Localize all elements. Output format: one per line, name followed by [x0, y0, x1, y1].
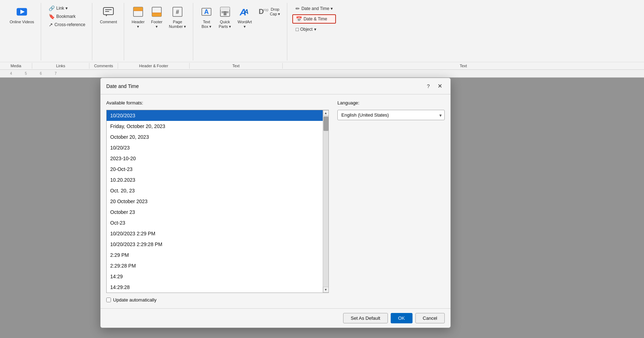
links-group-label: Links: [32, 63, 89, 69]
format-item-6[interactable]: 10.20.2023: [107, 175, 323, 185]
object-button[interactable]: □ Object ▾: [292, 25, 336, 34]
signature-line-icon: ✏: [296, 6, 300, 11]
format-item-0[interactable]: 10/20/2023: [107, 110, 323, 121]
footer-icon: [151, 6, 162, 19]
media-items: Online Videos: [7, 4, 36, 59]
ok-button[interactable]: OK: [391, 313, 413, 323]
ribbon-group-media: Online Videos: [3, 3, 41, 60]
drop-cap-icon: Drop: [258, 6, 268, 18]
format-item-9[interactable]: October 23: [107, 207, 323, 217]
ribbon-labels-row: Media Links Comments Header & Footer Tex…: [0, 62, 644, 69]
language-select-container: English (United States) English (United …: [337, 110, 445, 120]
cross-reference-label: Cross-reference: [54, 22, 85, 27]
svg-rect-7: [133, 7, 143, 11]
ribbon-group-comments: Comment: [93, 3, 124, 60]
ruler-mark-6: 6: [40, 72, 42, 75]
format-item-3[interactable]: 10/20/23: [107, 142, 323, 153]
format-item-7[interactable]: Oct. 20, 23: [107, 185, 323, 196]
drop-cap-label: DropCap ▾: [270, 7, 280, 16]
format-item-2[interactable]: October 20, 2023: [107, 132, 323, 142]
drop-cap-column: Drop DropCap ▾: [256, 4, 283, 19]
format-item-12[interactable]: 10/20/2023 2:29:28 PM: [107, 239, 323, 250]
update-automatically-checkbox[interactable]: [106, 298, 111, 302]
set-as-default-button[interactable]: Set As Default: [343, 313, 387, 323]
header-label: Header▾: [132, 20, 145, 29]
cross-reference-button[interactable]: ↗ Cross-reference: [46, 21, 88, 29]
text-insert-items: A TextBox ▾ QuickParts ▾ AA WordArt▾: [198, 4, 283, 59]
format-item-5[interactable]: 20-Oct-23: [107, 164, 323, 175]
page-number-button[interactable]: # PageNumber ▾: [166, 4, 189, 31]
format-item-8[interactable]: 20 October 2023: [107, 196, 323, 207]
wordart-button[interactable]: AA WordArt▾: [235, 4, 254, 31]
bookmark-button[interactable]: 🔖 Bookmark: [46, 13, 88, 20]
online-videos-button[interactable]: Online Videos: [7, 4, 36, 26]
language-select[interactable]: English (United States) English (United …: [337, 110, 445, 120]
object-dropdown-icon: ▾: [314, 27, 316, 32]
dialog-title: Date and Time: [106, 83, 139, 89]
svg-text:rop: rop: [263, 8, 268, 12]
date-time-icon: 📅: [296, 16, 302, 22]
link-button[interactable]: 🔗 Link ▾: [46, 4, 88, 12]
format-item-13[interactable]: 2:29 PM: [107, 250, 323, 260]
signature-line-button[interactable]: ✏ Date and Time ▾: [292, 4, 336, 13]
update-automatically-label[interactable]: Update automatically: [113, 297, 156, 303]
date-time-button[interactable]: 📅 Date & Time: [292, 14, 336, 24]
ruler: 4 5 6 7: [0, 70, 644, 78]
bookmark-icon: 🔖: [49, 14, 55, 19]
header-icon: [132, 6, 144, 19]
online-videos-icon: [16, 6, 28, 19]
format-item-16[interactable]: 14:29:28: [107, 282, 323, 293]
dialog-close-button[interactable]: ✕: [435, 82, 445, 90]
svg-rect-17: [220, 7, 230, 10]
svg-rect-10: [152, 13, 161, 16]
format-item-1[interactable]: Friday, October 20, 2023: [107, 121, 323, 132]
header-button[interactable]: Header▾: [129, 4, 147, 31]
dialog-body: Available formats: 10/20/2023Friday, Oct…: [101, 94, 450, 308]
link-dropdown-icon: ▾: [65, 6, 68, 11]
scroll-thumb[interactable]: [323, 117, 328, 131]
comment-button[interactable]: Comment: [97, 4, 119, 26]
drop-cap-button[interactable]: Drop DropCap ▾: [256, 4, 283, 19]
ribbon-group-text-insert: A TextBox ▾ QuickParts ▾ AA WordArt▾: [194, 3, 287, 60]
scroll-down-arrow[interactable]: ▼: [323, 287, 329, 293]
ruler-mark-4: 4: [10, 72, 12, 75]
text-box-button[interactable]: A TextBox ▾: [198, 4, 215, 31]
header-footer-items: Header▾ Footer▾ # PageNumber ▾: [129, 4, 189, 59]
dialog-help-button[interactable]: ?: [424, 82, 432, 90]
cancel-button[interactable]: Cancel: [415, 313, 445, 323]
header-footer-group-label: Header & Footer: [118, 63, 190, 69]
dialog-title-controls: ? ✕: [424, 82, 445, 90]
text-right-group-label: Text: [283, 63, 644, 69]
format-item-4[interactable]: 2023-10-20: [107, 153, 323, 164]
dialog-overlay: Date and Time ? ✕ Available formats: 10/…: [100, 78, 451, 328]
page-number-icon: #: [172, 6, 183, 19]
comments-items: Comment: [97, 4, 119, 59]
links-column: 🔗 Link ▾ 🔖 Bookmark ↗ Cross-reference: [46, 4, 88, 29]
scroll-up-arrow[interactable]: ▲: [323, 110, 329, 116]
svg-text:A: A: [204, 8, 209, 15]
page-number-label: PageNumber ▾: [169, 20, 186, 29]
ribbon-group-links: 🔗 Link ▾ 🔖 Bookmark ↗ Cross-reference: [42, 3, 92, 60]
quick-parts-button[interactable]: QuickParts ▾: [216, 4, 234, 31]
update-automatically-row: Update automatically: [106, 297, 329, 303]
signature-dropdown-icon: ▾: [331, 6, 333, 11]
format-list-container: 10/20/2023Friday, October 20, 2023Octobe…: [106, 110, 329, 293]
format-item-11[interactable]: 10/20/2023 2:29 PM: [107, 228, 323, 239]
link-label: Link: [56, 6, 64, 11]
scroll-track[interactable]: [323, 116, 329, 287]
ribbon-group-text-right: ✏ Date and Time ▾ 📅 Date & Time □ Object…: [288, 3, 340, 60]
format-item-14[interactable]: 2:29:28 PM: [107, 260, 323, 271]
format-item-15[interactable]: 14:29: [107, 271, 323, 282]
date-time-dialog: Date and Time ? ✕ Available formats: 10/…: [100, 78, 451, 328]
object-icon: □: [296, 26, 298, 32]
bookmark-label: Bookmark: [56, 14, 75, 19]
cross-reference-icon: ↗: [49, 22, 53, 28]
footer-button[interactable]: Footer▾: [148, 4, 165, 31]
format-list[interactable]: 10/20/2023Friday, October 20, 2023Octobe…: [107, 110, 323, 293]
object-label: Object: [300, 27, 313, 32]
format-item-10[interactable]: Oct-23: [107, 217, 323, 228]
quick-parts-label: QuickParts ▾: [219, 20, 231, 29]
links-items: 🔗 Link ▾ 🔖 Bookmark ↗ Cross-reference: [46, 4, 88, 59]
dialog-right-panel: Language: English (United States) Englis…: [337, 100, 445, 303]
ribbon-group-header-footer: Header▾ Footer▾ # PageNumber ▾: [125, 3, 193, 60]
